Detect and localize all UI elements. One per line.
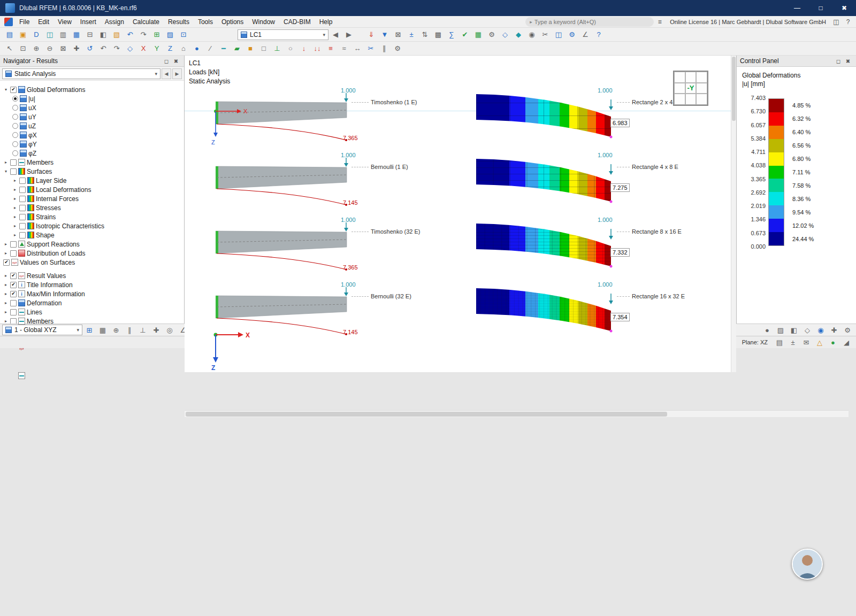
line-icon[interactable]: ∕: [204, 43, 217, 55]
user-avatar[interactable]: [792, 549, 823, 580]
line-load-icon[interactable]: ↓↓: [311, 43, 324, 55]
tree-item[interactable]: ▸ Stresses: [3, 203, 183, 212]
ortho-icon[interactable]: ⊥: [136, 324, 149, 336]
view-z-icon[interactable]: Z: [164, 43, 177, 55]
settings-icon[interactable]: ⚙: [565, 29, 578, 41]
close-panel-icon[interactable]: ✖: [843, 57, 853, 65]
close-icon[interactable]: ✖: [832, 0, 856, 16]
menu-item[interactable]: View: [54, 17, 76, 27]
expander-icon[interactable]: ▸: [3, 160, 9, 165]
beam-label[interactable]: Timoshenko (32 E): [371, 228, 421, 235]
isometric-view-icon[interactable]: ◇: [124, 43, 136, 55]
tree-item[interactable]: ▸ Strains: [3, 212, 183, 221]
menu-item[interactable]: Calculate: [128, 17, 164, 27]
open-model-icon[interactable]: ▣: [17, 29, 29, 41]
pan-icon[interactable]: ✚: [70, 43, 83, 55]
beam-label[interactable]: Bernoulli (32 E): [371, 293, 411, 299]
menu-item[interactable]: Help: [315, 17, 337, 27]
tree-item[interactable]: ▸ Internal Forces: [3, 194, 183, 203]
export-icon[interactable]: ⊟: [83, 29, 96, 41]
help-toolbar-icon[interactable]: ?: [592, 29, 605, 41]
polar-grid-icon[interactable]: ◎: [163, 324, 176, 336]
tree-item[interactable]: ▸ Shape: [3, 230, 183, 240]
expander-icon[interactable]: ▸: [3, 273, 9, 278]
expander-icon[interactable]: ▸: [3, 291, 9, 296]
beam-label[interactable]: Bernoulli (1 E): [371, 164, 408, 170]
grid-icon[interactable]: ▦: [96, 324, 109, 336]
expander-icon[interactable]: ▾: [3, 169, 9, 174]
minimize-icon[interactable]: —: [785, 0, 809, 16]
opening-icon[interactable]: □: [257, 43, 270, 55]
coordinate-input-icon[interactable]: ✚: [828, 324, 840, 336]
float-panel-icon[interactable]: ◻: [162, 57, 171, 65]
mesh-figure[interactable]: [476, 90, 616, 148]
menu-list-icon[interactable]: ≡: [654, 17, 666, 27]
checkbox[interactable]: [10, 159, 17, 166]
expander-icon[interactable]: ▸: [12, 224, 18, 228]
calculate-icon[interactable]: ∑: [445, 29, 458, 41]
checkbox[interactable]: [10, 300, 17, 306]
generate-mesh-icon[interactable]: ▦: [472, 29, 485, 41]
tree-item[interactable]: ▸ Support Reactions: [3, 240, 183, 249]
radio-button[interactable]: [12, 132, 18, 138]
tree-item[interactable]: ▸ Deformation: [3, 298, 183, 307]
menu-item[interactable]: Assign: [101, 17, 128, 27]
redo-icon[interactable]: ↷: [137, 29, 150, 41]
checkbox[interactable]: ✔: [10, 273, 17, 279]
nav-forward-icon[interactable]: ▶: [172, 68, 182, 79]
tree-item[interactable]: ▸ Isotropic Characteristics: [3, 221, 183, 230]
previous-view-icon[interactable]: ↶: [97, 43, 110, 55]
expander-icon[interactable]: ▾: [3, 87, 9, 92]
display-scale-icon[interactable]: ⇅: [418, 29, 431, 41]
model-viewport[interactable]: LC1 Loads [kN] Static Analysis -Y: [185, 56, 731, 372]
background-layers-icon[interactable]: ▨: [774, 324, 787, 336]
ready-indicator-icon[interactable]: ●: [827, 336, 839, 348]
zoom-window-icon[interactable]: ⊠: [57, 43, 70, 55]
view-x-icon[interactable]: X: [137, 43, 150, 55]
member-icon[interactable]: ━: [217, 43, 230, 55]
tree-item[interactable]: ▸ Distribution of Loads: [3, 249, 183, 258]
tree-item[interactable]: ▸ Local Deformations: [3, 185, 183, 194]
expander-icon[interactable]: ▸: [3, 251, 9, 256]
checkbox[interactable]: [19, 223, 26, 229]
menu-item[interactable]: Window: [248, 17, 279, 27]
mesh-figure[interactable]: [476, 219, 616, 277]
show-loads-icon[interactable]: ⇓: [365, 29, 378, 41]
bottom-settings-icon[interactable]: ⚙: [841, 324, 854, 336]
mesh-figure[interactable]: [476, 284, 616, 342]
warnings-icon[interactable]: △: [813, 336, 826, 348]
tree-item[interactable]: ▸ Layer Side: [3, 176, 183, 185]
solid-icon[interactable]: ■: [244, 43, 257, 55]
result-values-icon[interactable]: ⊠: [392, 29, 404, 41]
menu-item[interactable]: Tools: [194, 17, 217, 27]
solver-settings-icon[interactable]: ⚙: [485, 29, 498, 41]
tree-item[interactable]: ▸ Members: [3, 158, 183, 167]
orbit-icon[interactable]: ↺: [83, 43, 96, 55]
maximize-icon[interactable]: □: [809, 0, 832, 16]
checkbox[interactable]: [10, 168, 17, 175]
beam-figure[interactable]: [216, 220, 350, 278]
checkbox[interactable]: [10, 241, 17, 248]
tree-item[interactable]: ▸ ✔ Max/Min Information: [3, 289, 183, 298]
zoom-out-icon[interactable]: ⊖: [43, 43, 56, 55]
checkbox[interactable]: ✔: [10, 87, 17, 93]
show-results-icon[interactable]: ▼: [378, 29, 391, 41]
table-manager-icon[interactable]: ⊞: [150, 29, 163, 41]
mesh-label[interactable]: Rectangle 4 x 8 E: [632, 164, 678, 170]
checkbox[interactable]: [10, 309, 17, 315]
checkbox[interactable]: [19, 205, 26, 211]
render-icon[interactable]: ◆: [512, 29, 525, 41]
snap-icon[interactable]: ⊕: [110, 324, 123, 336]
tree-item[interactable]: φZ: [3, 149, 183, 158]
menu-item[interactable]: Insert: [76, 17, 101, 27]
guidelines-icon[interactable]: ∥: [123, 324, 136, 336]
menu-item[interactable]: CAD-BIM: [279, 17, 315, 27]
visibility-icon[interactable]: ◉: [525, 29, 538, 41]
expander-icon[interactable]: ▸: [3, 301, 9, 305]
mesh-label[interactable]: Rectangle 16 x 32 E: [632, 293, 685, 299]
checkbox[interactable]: ✔: [3, 259, 10, 266]
expander-icon[interactable]: ▸: [12, 178, 18, 183]
clipboard-icon[interactable]: ▧: [110, 29, 123, 41]
tree-item[interactable]: ▸ Lines: [3, 307, 183, 317]
beam-figure[interactable]: [216, 156, 350, 213]
